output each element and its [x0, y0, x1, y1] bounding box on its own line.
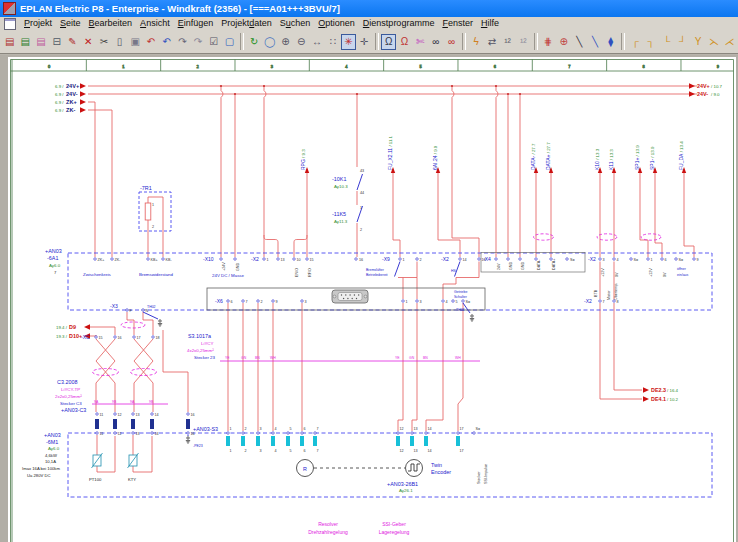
- symbol-cut-icon[interactable]: ✄: [412, 34, 427, 50]
- terminal[interactable]: [96, 432, 99, 435]
- drop-icon[interactable]: ⧫: [603, 34, 618, 50]
- new-page-icon[interactable]: ▯: [112, 34, 127, 50]
- terminal[interactable]: [242, 300, 245, 303]
- zoom-window-icon[interactable]: ◯: [262, 34, 277, 50]
- terminal[interactable]: [114, 432, 117, 435]
- menu-seite[interactable]: Seite: [56, 17, 85, 30]
- terminal[interactable]: [114, 336, 117, 339]
- snap-grid-icon[interactable]: ✳: [341, 34, 356, 50]
- zoom-in-icon[interactable]: ⊕: [278, 34, 293, 50]
- delete-icon[interactable]: ✕: [81, 34, 96, 50]
- search-icon[interactable]: ∞: [428, 34, 443, 50]
- terminal[interactable]: [630, 258, 633, 261]
- terminal[interactable]: [142, 309, 145, 312]
- terminal[interactable]: [272, 432, 275, 435]
- menu-suchen[interactable]: Suchen: [276, 17, 315, 30]
- terminal[interactable]: [478, 258, 481, 261]
- terminal[interactable]: [425, 432, 428, 435]
- t-node-left-icon[interactable]: ⋋: [706, 34, 721, 50]
- terminal[interactable]: [151, 413, 154, 416]
- terminal[interactable]: [416, 258, 419, 261]
- refresh-icon[interactable]: ↻: [247, 34, 262, 50]
- terminal[interactable]: [397, 432, 400, 435]
- terminal[interactable]: [111, 258, 114, 261]
- t-node-right-icon[interactable]: ⋌: [722, 34, 737, 50]
- terminal[interactable]: [519, 258, 522, 261]
- menu-fenster[interactable]: Fenster: [438, 17, 477, 30]
- menu-optionen[interactable]: Optionen: [314, 17, 359, 30]
- terminal[interactable]: [442, 300, 445, 303]
- terminal[interactable]: [220, 258, 223, 261]
- terminal[interactable]: [599, 300, 602, 303]
- terminal[interactable]: [257, 300, 260, 303]
- paste-icon[interactable]: ▣: [128, 34, 143, 50]
- check-document-icon[interactable]: ☑: [206, 34, 221, 50]
- menu-einfügen[interactable]: Einfügen: [174, 17, 218, 30]
- terminal[interactable]: [452, 300, 455, 303]
- corner-tl-icon[interactable]: ┌: [628, 34, 643, 50]
- terminal[interactable]: [126, 309, 129, 312]
- swap-icon[interactable]: ⇄: [484, 34, 499, 50]
- terminal[interactable]: [242, 432, 245, 435]
- terminal[interactable]: [462, 300, 465, 303]
- number-1-icon[interactable]: ¹²: [500, 34, 515, 50]
- menu-bearbeiten[interactable]: Bearbeiten: [85, 17, 137, 30]
- terminal[interactable]: [263, 258, 266, 261]
- number-2-icon[interactable]: ¹²: [516, 34, 531, 50]
- terminal[interactable]: [132, 413, 135, 416]
- terminal[interactable]: [257, 432, 260, 435]
- corner-br-icon[interactable]: ┘: [675, 34, 690, 50]
- drawing-area[interactable]: 0123456789 ZK+ZK-KB+KB-113101512141334S=…: [0, 55, 738, 542]
- monitor-icon[interactable]: ▢: [222, 34, 237, 50]
- terminal[interactable]: [613, 258, 616, 261]
- menu-projektdaten[interactable]: Projektdaten: [217, 17, 276, 30]
- terminal[interactable]: [147, 258, 150, 261]
- grid-red-icon[interactable]: ⋕: [540, 34, 555, 50]
- line-angle-icon[interactable]: ╲: [587, 34, 602, 50]
- symbol-red-icon[interactable]: Ω: [397, 34, 412, 50]
- terminal[interactable]: [507, 258, 510, 261]
- terminal[interactable]: [355, 258, 358, 261]
- move-icon[interactable]: ✛: [356, 34, 371, 50]
- menu-projekt[interactable]: Projekt: [20, 17, 56, 30]
- grid-icon[interactable]: ∷: [325, 34, 340, 50]
- terminal[interactable]: [301, 300, 304, 303]
- terminal[interactable]: [675, 258, 678, 261]
- corner-bl-icon[interactable]: └: [659, 34, 674, 50]
- terminal[interactable]: [227, 300, 230, 303]
- redo-all-icon[interactable]: ↷: [190, 34, 205, 50]
- terminal[interactable]: [647, 258, 650, 261]
- terminal[interactable]: [152, 336, 155, 339]
- terminal[interactable]: [151, 432, 154, 435]
- terminal[interactable]: [287, 432, 290, 435]
- terminal[interactable]: [96, 413, 99, 416]
- terminal[interactable]: [693, 258, 696, 261]
- schematic-sheet[interactable]: [8, 57, 736, 542]
- copy-page-icon[interactable]: ▤: [33, 34, 48, 50]
- center-icon[interactable]: ⊕: [556, 34, 571, 50]
- terminal[interactable]: [459, 258, 462, 261]
- terminal[interactable]: [293, 258, 296, 261]
- potential-icon[interactable]: ϟ: [469, 34, 484, 50]
- terminal[interactable]: [114, 413, 117, 416]
- terminal[interactable]: [411, 432, 414, 435]
- terminal[interactable]: [399, 258, 402, 261]
- zoom-page-icon[interactable]: ↔: [309, 34, 324, 50]
- terminal[interactable]: [277, 258, 280, 261]
- menu-dienstprogramme[interactable]: Dienstprogramme: [359, 17, 439, 30]
- terminal[interactable]: [94, 258, 97, 261]
- line-icon[interactable]: ╲: [572, 34, 587, 50]
- search-next-icon[interactable]: ∞: [444, 34, 459, 50]
- terminal[interactable]: [132, 432, 135, 435]
- terminal[interactable]: [314, 432, 317, 435]
- terminal[interactable]: [133, 336, 136, 339]
- menu-ansicht[interactable]: Ansicht: [136, 17, 174, 30]
- terminal[interactable]: [495, 258, 498, 261]
- redo-icon[interactable]: ↷: [175, 34, 190, 50]
- zoom-out-icon[interactable]: ⊖: [294, 34, 309, 50]
- terminal[interactable]: [661, 258, 664, 261]
- undo-icon[interactable]: ↶: [159, 34, 174, 50]
- terminal[interactable]: [95, 336, 98, 339]
- terminal[interactable]: [473, 432, 476, 435]
- print-icon[interactable]: ⊟: [49, 34, 64, 50]
